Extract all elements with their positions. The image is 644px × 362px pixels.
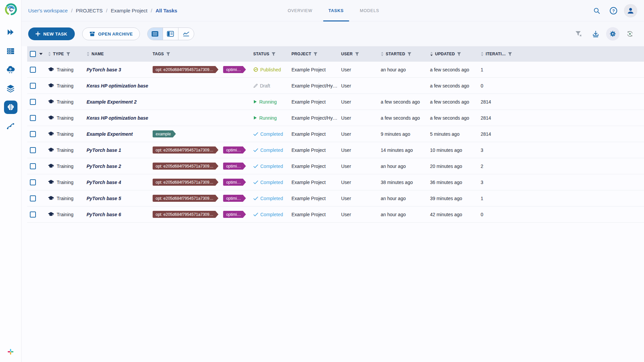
sidebar-nav <box>4 25 17 133</box>
table-row[interactable]: Training PyTorch base 5 opt: e205d684f79… <box>27 190 644 206</box>
table-row[interactable]: Training Example Experiment 2 Running Ex… <box>27 94 644 110</box>
cell-name: Example Experiment 2 <box>86 99 152 105</box>
filter-icon[interactable] <box>313 52 318 56</box>
filter-icon[interactable] <box>166 52 170 56</box>
sidebar-item-queues[interactable] <box>4 44 17 58</box>
column-header-tags[interactable]: TAGS <box>152 52 253 56</box>
row-checkbox[interactable] <box>30 212 36 218</box>
sidebar-item-autoscalers[interactable] <box>4 63 17 76</box>
list-view-icon <box>151 31 159 37</box>
column-header-status[interactable]: STATUS <box>253 52 291 56</box>
cell-started: a few seconds ago <box>380 115 429 121</box>
search-icon[interactable] <box>590 4 603 17</box>
select-all-checkbox[interactable] <box>30 51 36 57</box>
table-row[interactable]: Training PyTorch base 3 opt: e205d684f79… <box>27 62 644 78</box>
row-checkbox[interactable] <box>30 99 36 105</box>
sort-icon[interactable] <box>381 52 384 56</box>
filter-icon[interactable] <box>508 52 512 56</box>
column-label: TAGS <box>153 52 164 56</box>
table-row[interactable]: Training Example Experiment example Comp… <box>27 126 644 142</box>
filter-icon[interactable] <box>457 52 461 56</box>
breadcrumb-projects[interactable]: PROJECTS <box>76 8 103 13</box>
sidebar-item-datasets[interactable] <box>4 82 17 95</box>
column-header-iterations[interactable]: ITERATI… <box>480 52 517 56</box>
cell-iterations: 2 <box>480 164 517 169</box>
cell-user: User <box>340 67 380 72</box>
column-header-started[interactable]: STARTED <box>380 52 429 56</box>
sort-icon[interactable] <box>48 52 51 56</box>
caret-down-icon[interactable] <box>39 53 43 55</box>
cell-type: Training <box>47 67 86 72</box>
table-row[interactable]: Training Keras HP optimization base Runn… <box>27 110 644 126</box>
row-checkbox[interactable] <box>30 131 36 137</box>
sort-icon[interactable] <box>481 52 484 56</box>
sort-icon[interactable] <box>430 52 433 56</box>
tag-chip: opt: e205d684f7954571a7309… <box>153 179 218 186</box>
sidebar-item-pipelines[interactable] <box>4 119 17 133</box>
cell-user: User <box>340 115 380 121</box>
cell-iterations: 1 <box>480 196 517 201</box>
new-task-button[interactable]: NEW TASK <box>28 27 75 40</box>
settings-gear-icon[interactable] <box>606 27 620 41</box>
filter-icon[interactable] <box>271 52 276 56</box>
slack-icon[interactable] <box>7 348 14 357</box>
tab-tasks[interactable]: TASKS <box>323 0 349 21</box>
column-header-name[interactable]: NAME <box>86 52 152 56</box>
split-view-toggle[interactable] <box>163 28 178 40</box>
table-row[interactable]: Training Keras HP optimization base Draf… <box>27 78 644 94</box>
breadcrumb-project[interactable]: Example Project <box>111 8 147 13</box>
cell-type: Training <box>47 83 86 88</box>
filter-icon[interactable] <box>407 52 412 56</box>
cell-name: PyTorch base 6 <box>86 212 152 217</box>
tab-models[interactable]: MODELS <box>355 0 385 21</box>
row-checkbox[interactable] <box>30 147 36 153</box>
row-checkbox[interactable] <box>30 195 36 201</box>
column-header-user[interactable]: USER <box>340 52 380 56</box>
clear-filters-icon[interactable] <box>572 27 585 41</box>
table-row[interactable]: Training PyTorch base 2 opt: e205d684f79… <box>27 158 644 174</box>
auto-refresh-icon[interactable] <box>623 27 637 41</box>
table-row[interactable]: Training PyTorch base 4 opt: e205d684f79… <box>27 174 644 190</box>
column-header-project[interactable]: PROJECT <box>291 52 340 56</box>
filter-icon[interactable] <box>66 52 70 56</box>
cell-type: Training <box>47 180 86 185</box>
row-checkbox[interactable] <box>30 163 36 169</box>
sidebar-item-projects[interactable] <box>4 101 17 114</box>
sort-icon[interactable] <box>87 52 90 56</box>
help-icon[interactable]: ? <box>607 4 620 17</box>
download-icon[interactable] <box>589 27 602 41</box>
cell-type: Training <box>47 115 86 121</box>
row-checkbox[interactable] <box>30 115 36 121</box>
open-archive-button[interactable]: OPEN ARCHIVE <box>82 27 140 40</box>
row-checkbox[interactable] <box>30 83 36 89</box>
row-checkbox[interactable] <box>30 67 36 73</box>
table-row[interactable]: Training PyTorch base 1 opt: e205d684f79… <box>27 142 644 158</box>
brain-icon <box>7 104 15 111</box>
cell-status: Completed <box>253 131 291 137</box>
tag-chip: optimi… <box>223 146 246 154</box>
cell-status: Draft <box>253 83 291 88</box>
cell-updated: 5 minutes ago <box>429 131 480 137</box>
training-type-icon <box>48 83 54 88</box>
cell-name: Keras HP optimization base <box>86 115 152 121</box>
cell-type: Training <box>47 212 86 217</box>
cell-status: Completed <box>253 180 291 185</box>
user-avatar[interactable] <box>624 4 637 17</box>
table-view-toggle[interactable] <box>148 28 163 40</box>
row-select-cell <box>27 99 47 105</box>
training-type-icon <box>48 99 54 104</box>
training-type-icon <box>48 147 54 153</box>
svg-text:?: ? <box>612 8 615 13</box>
row-checkbox[interactable] <box>30 179 36 185</box>
table-row[interactable]: Training PyTorch base 6 opt: e205d684f79… <box>27 206 644 223</box>
cell-iterations: 2814 <box>480 131 517 137</box>
filter-icon[interactable] <box>355 52 359 56</box>
column-header-type[interactable]: TYPE <box>47 52 86 56</box>
tab-overview[interactable]: OVERVIEW <box>282 0 318 21</box>
column-header-updated[interactable]: UPDATED <box>429 52 480 56</box>
sidebar-item-expand[interactable] <box>4 25 17 39</box>
toolbar-right-icons <box>572 27 637 41</box>
compare-view-toggle[interactable] <box>178 28 194 40</box>
clearml-logo-icon[interactable]: C <box>3 2 18 18</box>
breadcrumb-workspace[interactable]: User's workspace <box>28 8 68 13</box>
